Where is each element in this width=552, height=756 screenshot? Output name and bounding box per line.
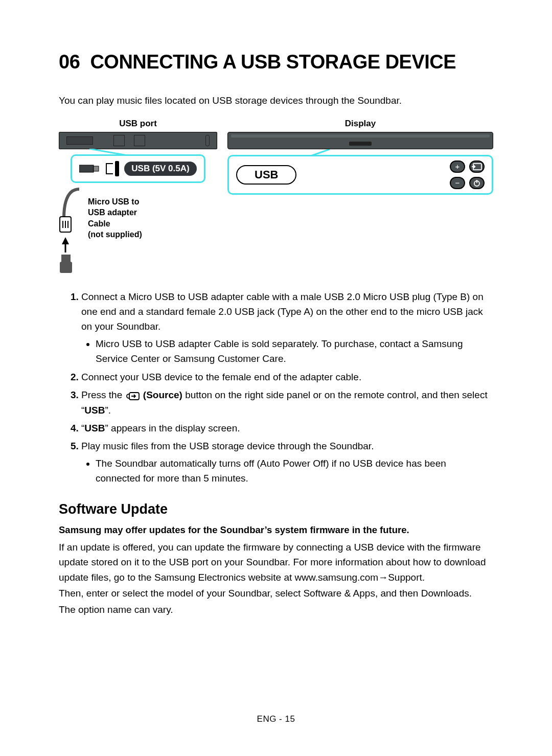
step-4: “USB” appears in the display screen. <box>81 421 493 436</box>
software-update-p3: The option name can vary. <box>59 602 493 617</box>
section-number: 06 <box>59 51 80 73</box>
display-callout: USB + − <box>227 155 493 195</box>
svg-rect-1 <box>79 165 94 172</box>
intro-text: You can play music files located on USB … <box>59 94 493 108</box>
side-panel-buttons: + − <box>450 161 485 189</box>
svg-rect-2 <box>94 166 99 171</box>
steps-list: Connect a Micro USB to USB adapter cable… <box>59 289 493 486</box>
adapter-cable-icon <box>59 187 82 274</box>
software-update-p1: If an update is offered, you can update … <box>59 540 493 585</box>
source-button-icon <box>126 392 140 401</box>
software-update-heading: Software Update <box>59 501 493 517</box>
section-title-text: CONNECTING A USB STORAGE DEVICE <box>90 51 456 73</box>
usb-5v-label: USB (5V 0.5A) <box>124 162 196 176</box>
page-footer: ENG - 15 <box>0 714 552 724</box>
section-title: 06 CONNECTING A USB STORAGE DEVICE <box>59 51 493 73</box>
power-icon <box>469 177 485 189</box>
display-usb-bubble: USB <box>236 165 296 185</box>
display-label: Display <box>227 119 493 129</box>
step-2: Connect your USB device to the female en… <box>81 370 493 384</box>
step-5-sub: The Soundbar automatically turns off (Au… <box>96 456 493 486</box>
usb-port-callout: USB (5V 0.5A) <box>71 154 205 183</box>
volume-up-icon: + <box>450 161 465 173</box>
software-update-bold: Samsung may offer updates for the Soundb… <box>59 524 493 536</box>
step-1-sub: Micro USB to USB adapter Cable is sold s… <box>96 336 493 366</box>
soundbar-back-diagram <box>59 132 217 149</box>
usb-jack-icon <box>106 161 119 176</box>
volume-down-icon: − <box>450 177 465 189</box>
step-1: Connect a Micro USB to USB adapter cable… <box>81 289 493 366</box>
software-update-p2: Then, enter or select the model of your … <box>59 586 493 601</box>
micro-usb-plug-icon <box>79 162 101 175</box>
step-5: Play music files from the USB storage de… <box>81 439 493 486</box>
svg-rect-9 <box>61 255 71 262</box>
usb-port-label: USB port <box>59 119 217 129</box>
svg-rect-10 <box>60 262 72 273</box>
step-3: Press the (Source) button on the right s… <box>81 387 493 418</box>
soundbar-front-diagram <box>227 132 493 149</box>
source-icon <box>469 161 485 173</box>
cable-note: Micro USB to USB adapter Cable (not supp… <box>88 196 161 240</box>
svg-marker-7 <box>62 237 69 244</box>
diagram-row: USB port <box>59 119 493 274</box>
